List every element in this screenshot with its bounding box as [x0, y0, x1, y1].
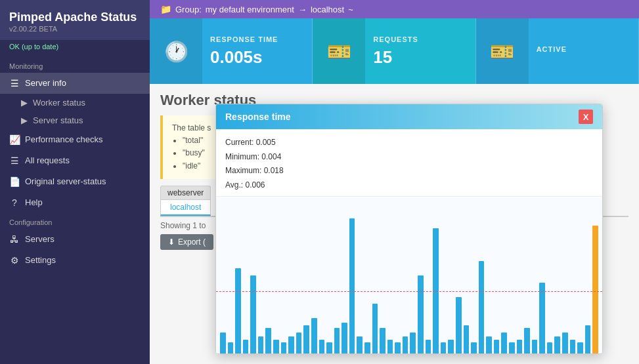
gear-icon: ⚙: [9, 255, 20, 266]
list-item: "busy": [183, 147, 211, 159]
chart-area: [216, 196, 602, 354]
sidebar-item-server-info[interactable]: ☰ Server info: [0, 73, 150, 94]
app-title: Pimped Apache Status: [9, 10, 141, 25]
topbar-expand: ~: [348, 5, 353, 14]
monitoring-section-label: Monitoring: [0, 57, 150, 73]
chart-bar: [228, 342, 234, 354]
chart-modal: Response time X Current: 0.005 Minimum: …: [215, 104, 603, 354]
stat-card-response-time[interactable]: 🕐 RESPONSE TIME 0.005s Response time to …: [150, 18, 313, 84]
info-box-list: "total" "busy" "idle": [172, 134, 211, 172]
stat-card-requests[interactable]: 🎫 REQUESTS 15: [313, 18, 475, 84]
main-content: 📁 Group: my default environment → localh…: [150, 0, 639, 364]
chart-bar: [403, 336, 408, 354]
chart-bars: [216, 197, 602, 354]
chart-bar: [554, 336, 560, 354]
chart-bar: [372, 304, 378, 354]
chart-bar: [334, 328, 340, 354]
info-box-text: The table s: [172, 123, 211, 132]
chart-bar: [342, 323, 347, 354]
chart-bar: [524, 328, 530, 354]
chart-bar: [357, 336, 363, 354]
topbar-arrow: →: [298, 5, 307, 14]
chart-bar: [479, 261, 485, 354]
clock-icon: 🕐: [150, 18, 202, 84]
chart-bar: [281, 342, 287, 354]
chart-bar: [464, 325, 470, 354]
chart-stat-current: Current: 0.005: [225, 136, 593, 150]
sidebar-item-original-server-status[interactable]: 📄 Original server-status: [0, 171, 150, 192]
chart-bar: [517, 340, 523, 354]
chart-bar: [235, 268, 241, 354]
chart-bar: [509, 342, 515, 354]
chart-bar: [296, 333, 302, 354]
server-icon: 🖧: [9, 234, 20, 245]
status-badge: OK (up to date): [0, 40, 150, 57]
chart-bar: [532, 340, 538, 354]
chart-bar: [426, 340, 431, 354]
avg-line: [216, 291, 602, 292]
chart-bar: [539, 283, 545, 354]
topbar-host: localhost: [311, 5, 344, 14]
sidebar-item-settings[interactable]: ⚙ Settings: [0, 250, 150, 271]
stat-value-requests: 15: [373, 47, 467, 68]
chart-bar: [349, 218, 355, 354]
page-content: Worker status The table s "total" "busy"…: [150, 84, 639, 364]
tab-localhost[interactable]: localhost: [160, 199, 211, 216]
chart-bar: [303, 325, 309, 354]
folder-icon: 📁: [160, 4, 171, 14]
sidebar-item-servers[interactable]: 🖧 Servers: [0, 229, 150, 250]
chart-bar: [486, 336, 492, 354]
topbar-environment: my default environment: [206, 5, 294, 14]
sidebar-sub-worker-status[interactable]: ▶ Worker status: [0, 94, 150, 111]
chart-close-button[interactable]: X: [579, 110, 593, 124]
chart-bar: [319, 340, 325, 354]
list-item: "total": [183, 134, 211, 147]
sidebar-item-label: Settings: [25, 255, 56, 265]
stat-value-response-time: 0.005s: [210, 47, 304, 68]
topbar-prefix: Group:: [175, 5, 202, 14]
stat-card-active[interactable]: 🎫 ACTIVE: [476, 18, 639, 84]
chart-modal-header: Response time X: [216, 104, 602, 129]
chart-stat-maximum: Maximum: 0.018: [225, 164, 593, 178]
download-icon: ⬇: [168, 237, 175, 247]
doc-icon: 📄: [9, 176, 20, 187]
list-icon: ☰: [9, 78, 20, 89]
chart-bar: [501, 333, 507, 354]
sidebar-sub-label: Worker status: [33, 98, 85, 108]
chart-bar: [395, 342, 401, 354]
configuration-section-label: Configuration: [0, 213, 150, 229]
chart-bar: [265, 328, 271, 354]
export-button[interactable]: ⬇ Export (: [160, 234, 213, 250]
sidebar-sub-server-status[interactable]: ▶ Server status: [0, 111, 150, 129]
chart-bar: [441, 342, 447, 354]
chart-modal-title: Response time: [225, 111, 291, 122]
chart-bar: [562, 333, 568, 354]
chevron-icon: ▶: [21, 98, 28, 108]
sidebar-item-label: Original server-status: [25, 176, 106, 186]
chart-bar: [471, 342, 477, 354]
sidebar-item-label: All requests: [25, 155, 70, 165]
stats-row: 🕐 RESPONSE TIME 0.005s Response time to …: [150, 18, 639, 84]
help-icon: ?: [9, 197, 20, 208]
app-version: v2.00.22 BETA: [9, 25, 141, 33]
sidebar-item-help[interactable]: ? Help: [0, 192, 150, 213]
stat-label-requests: REQUESTS: [373, 35, 467, 43]
chart-bar: [456, 297, 462, 354]
sidebar-item-label: Server info: [25, 78, 66, 88]
chart-icon: 📈: [9, 134, 20, 145]
chart-bar: [387, 340, 393, 354]
list-icon: ☰: [9, 155, 20, 166]
stat-label-active: ACTIVE: [537, 45, 630, 53]
chart-bar: [258, 336, 264, 354]
sidebar-item-performance-checks[interactable]: 📈 Performance checks: [0, 129, 150, 150]
chart-stat-minimum: Minimum: 0.004: [225, 150, 593, 165]
sidebar-item-all-requests[interactable]: ☰ All requests: [0, 150, 150, 171]
ticket-icon: 🎫: [313, 18, 365, 84]
sidebar-item-label: Servers: [25, 234, 55, 244]
chart-bar: [311, 318, 317, 354]
sidebar-sub-label: Server status: [33, 115, 83, 125]
chart-stat-avg: Avg.: 0.006: [225, 178, 593, 193]
chevron-icon: ▶: [21, 115, 28, 125]
chart-stats: Current: 0.005 Minimum: 0.004 Maximum: 0…: [216, 129, 602, 196]
chart-bar: [592, 226, 598, 354]
